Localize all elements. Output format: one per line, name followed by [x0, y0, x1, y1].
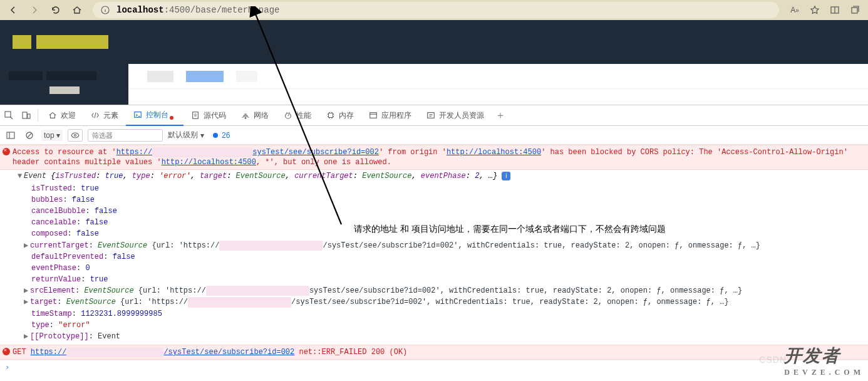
svg-rect-4 [23, 112, 27, 118]
filter-input[interactable] [88, 129, 163, 142]
event-src-element[interactable]: ▶srcElement: EventSource {url: 'https://… [24, 285, 868, 296]
console-output: Access to resource at 'https://xxxxxxxxx… [0, 145, 868, 375]
add-tab-icon[interactable]: ＋ [492, 105, 509, 126]
device-icon[interactable] [18, 105, 35, 126]
forward-button[interactable] [25, 1, 44, 19]
url-text: localhost:4500/base/meterManage [116, 5, 279, 15]
split-button[interactable] [825, 1, 844, 19]
event-tree: isTrusted: true bubbles: false cancelBub… [0, 183, 868, 343]
svg-rect-7 [193, 112, 199, 119]
address-bar[interactable]: localhost:4500/base/meterManage [93, 2, 779, 18]
log-level-selector[interactable]: 默认级别 ▾ [168, 130, 204, 140]
back-button[interactable] [4, 1, 23, 19]
app-subheader [0, 64, 868, 105]
svg-rect-2 [852, 8, 857, 13]
failed-url[interactable]: https://xxxxxxxxxxxxxxxxxxx/sysTest/see/… [31, 348, 294, 357]
console-error-cors: Access to resource at 'https://xxxxxxxxx… [0, 145, 868, 170]
devtools-tabbar: 欢迎 元素 控制台 源代码 网络 性能 内存 应用程序 开发人员资源 ＋ [0, 105, 868, 126]
annotation-text: 请求的地址 和 项目访问地址，需要在同一个域名或者端口下，不然会有跨域问题 [354, 224, 666, 235]
svg-rect-3 [5, 112, 11, 117]
tab-performance[interactable]: 性能 [276, 105, 319, 126]
context-selector[interactable]: top ▾ [41, 130, 63, 141]
error-icon [3, 148, 10, 155]
csdn-watermark: CSDN [759, 355, 787, 365]
event-prototype[interactable]: ▶[[Prototype]]: Event [24, 331, 868, 342]
event-current-target[interactable]: ▶currentTarget: EventSource {url: 'https… [24, 240, 868, 251]
error-icon [3, 348, 10, 355]
cors-url-1[interactable]: https://xxxxxxxxxxxxxxxxxxxxsysTest/see/… [116, 148, 379, 157]
browser-toolbar: localhost:4500/base/meterManage A» [0, 0, 868, 20]
svg-point-8 [245, 118, 246, 119]
svg-rect-13 [7, 132, 14, 138]
console-filter-bar: top ▾ 默认级别 ▾ 26 [0, 126, 868, 145]
console-event-summary[interactable]: ▼Event {isTrusted: true, type: 'error', … [0, 170, 868, 182]
svg-rect-11 [370, 113, 377, 118]
tab-network[interactable]: 网络 [234, 105, 276, 126]
cors-origin[interactable]: http://localhost:4500 [447, 148, 541, 157]
home-button[interactable] [68, 1, 86, 19]
devze-watermark: 开发者 DEVZE.COM [784, 344, 864, 377]
tab-application[interactable]: 应用程序 [361, 105, 419, 126]
info-icon [100, 5, 110, 15]
cors-url-2[interactable]: http://localhost:4500 [162, 158, 256, 167]
tab-devres[interactable]: 开发人员资源 [419, 105, 492, 126]
issues-count[interactable]: 26 [213, 131, 230, 140]
event-target[interactable]: ▶target: EventSource {url: 'https://xxxx… [24, 296, 868, 308]
tab-welcome[interactable]: 欢迎 [41, 105, 83, 126]
tab-sources[interactable]: 源代码 [183, 105, 234, 126]
svg-rect-5 [28, 114, 30, 118]
read-aloud-button[interactable]: A» [785, 1, 804, 19]
svg-point-15 [75, 134, 76, 136]
favorite-button[interactable] [805, 1, 824, 19]
sidebar-toggle-icon[interactable] [4, 131, 18, 140]
info-icon[interactable]: i [502, 172, 510, 180]
live-expression-icon[interactable] [68, 129, 83, 142]
svg-rect-10 [329, 113, 333, 118]
console-error-net: GET https://xxxxxxxxxxxxxxxxxxx/sysTest/… [0, 345, 868, 360]
inspect-icon[interactable] [0, 105, 18, 126]
tab-console[interactable]: 控制台 [126, 105, 183, 126]
svg-rect-12 [428, 113, 435, 118]
tab-memory[interactable]: 内存 [319, 105, 361, 126]
svg-rect-6 [135, 112, 142, 118]
collections-button[interactable] [845, 1, 864, 19]
clear-console-icon[interactable] [23, 131, 36, 140]
app-header [0, 20, 868, 64]
tab-elements[interactable]: 元素 [83, 105, 126, 126]
console-prompt[interactable]: › [0, 360, 868, 374]
refresh-button[interactable] [46, 1, 65, 19]
